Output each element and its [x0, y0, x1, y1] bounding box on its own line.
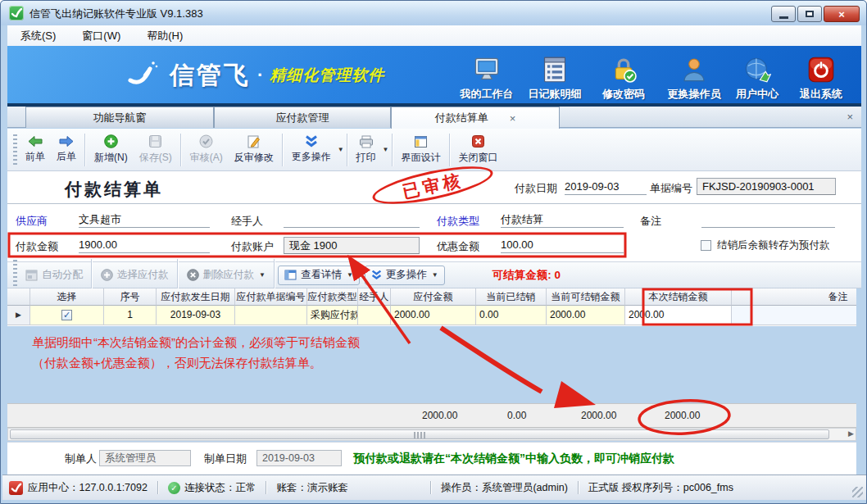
main-toolbar: 前单 后单 新增(N) 保存(S) 审核(A) 反审修改 更多操作 — [7, 129, 861, 171]
delete-payable-button[interactable]: 删除应付款 ▼ — [181, 266, 271, 285]
row-this-settle-cell[interactable]: 2000.00 — [625, 306, 732, 325]
lock-icon — [601, 56, 647, 85]
dropdown-caret-icon[interactable]: ▼ — [347, 271, 353, 279]
quick-action-user-center[interactable]: 用户中心 — [734, 56, 780, 102]
maximize-button[interactable] — [797, 6, 822, 22]
menu-window[interactable]: 窗口(W) — [69, 25, 134, 46]
auto-assign-button[interactable]: 自动分配 — [20, 266, 89, 285]
pay-account-field[interactable]: 现金 1900 — [284, 237, 420, 254]
dropdown-caret-icon[interactable]: ▼ — [432, 271, 438, 279]
close-icon: × — [838, 8, 845, 20]
detail-toolbar: 自动分配 选择应付款 删除应付款 ▼ 查看详情 ▼ 更多操作 ▼ 可结算金额: … — [7, 261, 861, 288]
view-detail-button[interactable]: 查看详情 ▼ — [278, 266, 360, 285]
more-actions-button[interactable]: 更多操作 — [286, 131, 337, 169]
col-this-settle[interactable]: 本次结销金额 — [625, 288, 732, 306]
pay-date-label: 付款日期 — [515, 181, 557, 196]
row-handler-cell — [358, 306, 391, 325]
next-doc-button[interactable]: 后单 — [51, 131, 82, 169]
pay-type-field[interactable]: 付款结算 — [501, 211, 624, 228]
menu-help[interactable]: 帮助(H) — [134, 25, 196, 46]
audit-check-icon — [199, 134, 213, 148]
ui-design-button[interactable]: 界面设计 — [396, 131, 447, 169]
dropdown-caret-icon[interactable]: ▼ — [259, 271, 266, 279]
col-remark[interactable]: 备注 — [732, 288, 856, 306]
add-button[interactable]: 新增(N) — [89, 131, 134, 169]
total-settleable: 2000.00 — [581, 410, 616, 421]
creator-field: 系统管理员 — [99, 450, 191, 466]
tab-payable-mgmt[interactable]: 应付款管理 — [214, 107, 391, 128]
row-remark-cell — [732, 306, 856, 325]
table-row[interactable]: ▶ ✓ 1 2019-09-03 采购应付款 2000.00 0.00 2000… — [7, 306, 856, 325]
arrow-left-icon — [28, 135, 43, 148]
status-connection: 连接状态：正常 — [184, 481, 256, 495]
dropdown-caret-icon[interactable]: ▼ — [338, 146, 344, 153]
scrollbar-thumb[interactable] — [10, 429, 829, 439]
col-doc-no[interactable]: 应付款单据编号 — [235, 288, 307, 306]
separator — [266, 481, 266, 494]
journal-icon — [526, 56, 583, 85]
horizontal-scrollbar[interactable]: ▶ — [7, 428, 856, 441]
detail-more-ops-button[interactable]: 更多操作 ▼ — [365, 266, 445, 285]
resize-grip[interactable] — [852, 487, 863, 497]
print-button[interactable]: 打印 — [351, 131, 382, 169]
create-date-label: 制单日期 — [204, 452, 247, 466]
select-payable-button[interactable]: 选择应付款 — [95, 266, 175, 285]
dropdown-caret-icon[interactable]: ▼ — [383, 146, 389, 153]
col-seq[interactable]: 序号 — [104, 288, 157, 306]
close-button[interactable]: × — [824, 6, 860, 22]
quick-action-password[interactable]: 修改密码 — [601, 56, 647, 102]
quick-action-exit[interactable]: 退出系统 — [798, 56, 844, 102]
row-type-cell: 采购应付款 — [307, 306, 358, 325]
toolbar-grip — [13, 134, 17, 166]
remark-field[interactable] — [701, 211, 835, 228]
minimize-button[interactable] — [771, 6, 796, 22]
separator — [180, 134, 182, 166]
pay-type-label[interactable]: 付款类型 — [437, 214, 479, 229]
col-date[interactable]: 应付款发生日期 — [157, 288, 235, 306]
handler-field[interactable] — [284, 211, 420, 228]
menu-system[interactable]: 系统(S) — [7, 25, 69, 46]
app-center-icon — [9, 481, 23, 495]
doc-no-label: 单据编号 — [650, 181, 692, 196]
grid-corner — [7, 288, 30, 306]
col-settled[interactable]: 当前已结销 — [476, 288, 547, 306]
green-tip-text: 预付款或退款请在“本次结销金额”中输入负数，即可冲销应付款 — [353, 452, 674, 466]
col-amount[interactable]: 应付金额 — [391, 288, 476, 306]
create-date-field: 2019-09-03 — [256, 450, 342, 466]
scroll-right-icon[interactable]: ▶ — [848, 429, 854, 438]
maximize-icon — [806, 11, 814, 17]
col-select[interactable]: 选择 — [30, 288, 104, 306]
toolbar-grip — [13, 260, 17, 291]
row-checkbox[interactable]: ✓ — [61, 310, 72, 320]
status-bar: 应用中心：127.0.0.1:7092 ✓ 连接状态：正常 账套：演示账套 操作… — [2, 474, 866, 500]
total-settled: 0.00 — [507, 410, 526, 421]
remark-label: 备注 — [640, 214, 661, 229]
footer-form: 制单人 系统管理员 制单日期 2019-09-03 预付款或退款请在“本次结销金… — [7, 442, 856, 474]
supplier-label[interactable]: 供应商 — [16, 214, 48, 229]
annotation-line2: （付款金额+优惠金额），否则无法保存付款结算单。 — [32, 352, 360, 373]
tab-payment-settlement[interactable]: 付款结算单 × — [391, 107, 560, 129]
quick-action-operator[interactable]: 更换操作员 — [665, 56, 723, 102]
quick-action-journal[interactable]: 日记账明细 — [526, 56, 583, 102]
save-button[interactable]: 保存(S) — [134, 131, 178, 169]
tab-close-icon[interactable]: × — [510, 112, 516, 125]
title-bar: 信管飞出纳记账软件专业版 V9.1.383 × — [1, 1, 866, 25]
col-settleable[interactable]: 当前可结销金额 — [547, 288, 625, 306]
prev-doc-button[interactable]: 前单 — [20, 131, 51, 169]
window-title: 信管飞出纳记账软件专业版 V9.1.383 — [30, 7, 203, 21]
col-handler[interactable]: 经手人 — [358, 288, 391, 306]
pay-date-field[interactable]: 2019-09-03 — [565, 179, 647, 195]
audit-button[interactable]: 审核(A) — [184, 131, 229, 169]
discount-field[interactable]: 100.00 — [501, 237, 624, 253]
tab-function-nav[interactable]: 功能导航窗 — [25, 107, 214, 128]
pay-amount-field[interactable]: 1900.00 — [79, 237, 210, 253]
transfer-checkbox[interactable] — [701, 240, 711, 251]
minimize-icon — [779, 16, 788, 19]
quick-action-workbench[interactable]: 我的工作台 — [458, 56, 515, 102]
supplier-field[interactable]: 文具超市 — [79, 211, 210, 228]
unaudit-button[interactable]: 反审修改 — [229, 131, 279, 169]
tabstrip-close-icon[interactable]: × — [847, 111, 853, 123]
col-type[interactable]: 应付款类型 — [307, 288, 358, 306]
total-amount: 2000.00 — [422, 410, 457, 421]
close-window-button[interactable]: 关闭窗口 — [453, 131, 504, 169]
